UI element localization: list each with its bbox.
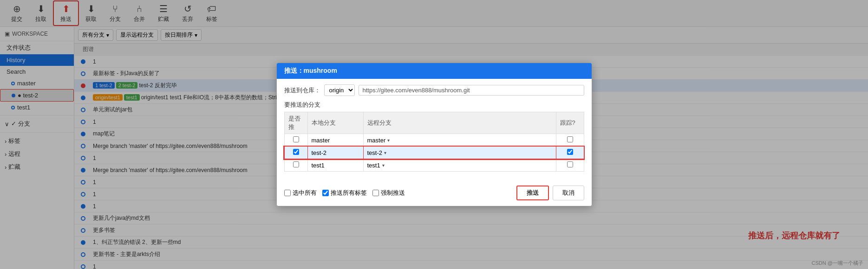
dialog-footer: 选中所有 推送所有标签 强制推送 推送 取消: [277, 182, 592, 206]
remote-url-input[interactable]: [359, 85, 584, 96]
push-all-tags-input[interactable]: [322, 190, 329, 196]
push-dialog: 推送：mushroom 推送到仓库： origin 要推送的分支 是否推: [276, 63, 592, 206]
branch-table: 是否推 本地分支 远程分支 跟踪? master master ▾: [284, 112, 584, 172]
branch-check-master[interactable]: [293, 136, 299, 142]
dialog-header: 推送：mushroom: [277, 63, 592, 79]
push-all-tags-checkbox[interactable]: 推送所有标签: [322, 189, 367, 197]
th-checked: 是否推: [284, 112, 307, 134]
branch-section-label: 要推送的分支: [284, 101, 584, 109]
dialog-table-section: 要推送的分支 是否推 本地分支 远程分支 跟踪?: [284, 101, 584, 172]
dialog-footer-left: 选中所有 推送所有标签 强制推送: [284, 189, 405, 197]
local-branch-cell: test1: [307, 159, 363, 172]
table-row[interactable]: master master ▾: [284, 134, 584, 147]
dialog-body: 推送到仓库： origin 要推送的分支 是否推 本地分支 远程分支: [277, 79, 592, 182]
local-branch-cell: test-2: [307, 147, 363, 159]
force-push-input[interactable]: [372, 190, 379, 196]
th-local: 本地分支: [307, 112, 363, 134]
branch-check-test1[interactable]: [293, 161, 299, 167]
dialog-overlay: 推送：mushroom 推送到仓库： origin 要推送的分支 是否推: [0, 0, 868, 269]
branch-check-test-2[interactable]: [293, 149, 299, 155]
force-push-checkbox[interactable]: 强制推送: [372, 189, 405, 197]
select-all-checkbox[interactable]: 选中所有: [284, 189, 317, 197]
dialog-footer-right: 推送 取消: [516, 186, 584, 200]
push-to-row: 推送到仓库： origin: [284, 84, 584, 96]
table-row[interactable]: test-2 test-2 ▾: [284, 147, 584, 159]
remote-select-group: origin: [324, 84, 355, 96]
remote-name-select[interactable]: origin: [324, 84, 355, 96]
track-check-master[interactable]: [567, 136, 573, 142]
table-row[interactable]: test1 test1 ▾: [284, 159, 584, 172]
remote-branch-cell: master ▾: [363, 134, 556, 147]
th-track: 跟踪?: [556, 112, 584, 134]
track-check-test-2[interactable]: [567, 149, 573, 155]
track-check-test1[interactable]: [567, 161, 573, 167]
cancel-button[interactable]: 取消: [553, 186, 584, 200]
th-remote: 远程分支: [363, 112, 556, 134]
remote-branch-cell: test-2 ▾: [363, 147, 556, 159]
local-branch-cell: master: [307, 134, 363, 147]
push-button[interactable]: 推送: [516, 186, 549, 200]
select-all-input[interactable]: [284, 190, 291, 196]
remote-branch-cell: test1 ▾: [363, 159, 556, 172]
